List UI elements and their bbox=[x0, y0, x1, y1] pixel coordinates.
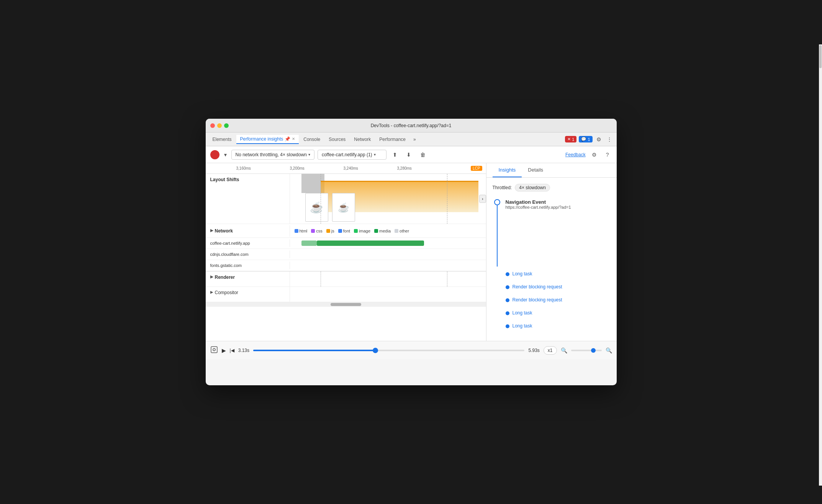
nav-event-circle bbox=[494, 199, 500, 205]
insight-link-1[interactable]: Long task bbox=[513, 270, 532, 278]
lcp-label: LCP bbox=[473, 166, 480, 170]
playback-bar: ▶ |◀ 3.13s 5.93s x1 🔍 🔍 bbox=[206, 341, 617, 359]
delete-button[interactable]: 🗑 bbox=[417, 150, 429, 159]
renderer-dashed-1 bbox=[321, 272, 321, 286]
network-label: ▶ Network bbox=[206, 225, 290, 237]
insight-item-2: Render blocking request bbox=[506, 283, 611, 291]
more-tabs-button[interactable]: » bbox=[410, 135, 419, 144]
renderer-toggle[interactable]: ▶ bbox=[210, 275, 213, 279]
horizontal-scrollbar[interactable] bbox=[206, 302, 486, 307]
thumbnail-icon-2: ☕ bbox=[338, 202, 349, 213]
fullscreen-button[interactable] bbox=[224, 123, 229, 128]
thumbnail-icon-1: ☕ bbox=[310, 201, 323, 214]
network-url-row-1: coffee-cart.netlify.app bbox=[206, 238, 486, 249]
message-badge[interactable]: 💬 1 bbox=[579, 136, 592, 142]
tab-elements[interactable]: Elements bbox=[209, 135, 236, 144]
insight-link-2[interactable]: Render blocking request bbox=[513, 283, 562, 291]
time-marker-4: 3,280ms bbox=[397, 166, 412, 170]
chevron-down-icon: ▾ bbox=[308, 152, 310, 157]
play-button[interactable]: ▶ bbox=[222, 347, 226, 353]
scrollbar-thumb bbox=[331, 303, 361, 306]
insights-tabs: Insights Details bbox=[486, 163, 617, 178]
help-button[interactable]: ? bbox=[603, 150, 612, 159]
tab-performance[interactable]: Performance bbox=[375, 135, 409, 144]
tab-right-group: ✕ 1 💬 1 ⚙ ⋮ bbox=[565, 135, 613, 144]
tab-insights[interactable]: Insights bbox=[493, 163, 522, 177]
compositor-row: ▶ Compositor bbox=[206, 287, 486, 302]
legend-css: css bbox=[311, 229, 323, 233]
network-toggle[interactable]: ▶ bbox=[210, 228, 213, 232]
url-bar-light-1 bbox=[301, 241, 317, 246]
error-icon: ✕ bbox=[567, 137, 571, 142]
zoom-slider[interactable] bbox=[571, 350, 602, 351]
tab-close-icon[interactable]: ✕ bbox=[292, 137, 295, 141]
network-urls: coffee-cart.netlify.app cdnjs.cloudflare… bbox=[206, 238, 486, 271]
minimize-button[interactable] bbox=[217, 123, 222, 128]
close-button[interactable] bbox=[210, 123, 215, 128]
compositor-label: ▶ Compositor bbox=[206, 287, 290, 302]
svg-rect-0 bbox=[211, 347, 217, 353]
insight-link-4[interactable]: Long task bbox=[513, 309, 532, 317]
tab-network[interactable]: Network bbox=[350, 135, 375, 144]
insight-link-5[interactable]: Long task bbox=[513, 322, 532, 330]
insight-link-3[interactable]: Render blocking request bbox=[513, 296, 562, 304]
more-options-button[interactable]: ⋮ bbox=[605, 135, 614, 144]
renderer-content bbox=[290, 272, 486, 286]
tab-details[interactable]: Details bbox=[522, 163, 549, 177]
throttling-dropdown[interactable]: No network throttling, 4× slowdown ▾ bbox=[231, 150, 314, 160]
zoom-out-button[interactable]: 🔍 bbox=[561, 347, 567, 353]
message-icon: 💬 bbox=[581, 137, 586, 142]
thumbnail-1: ☕ bbox=[305, 193, 328, 222]
insights-content: Throttled: 4× slowdown Navigation Event bbox=[486, 178, 617, 341]
url-label-2: cdnjs.cloudflare.com bbox=[206, 250, 290, 258]
speed-badge[interactable]: x1 bbox=[544, 346, 557, 355]
record-button[interactable] bbox=[210, 150, 219, 159]
settings-button[interactable]: ⚙ bbox=[595, 135, 603, 144]
settings-icon-button[interactable]: ⚙ bbox=[589, 150, 600, 159]
renderer-dashed-2 bbox=[447, 272, 447, 286]
insight-item-4: Long task bbox=[506, 309, 611, 317]
feedback-button[interactable]: Feedback bbox=[565, 152, 586, 157]
url-dropdown[interactable]: coffee-cart.netlify.app (1) ▾ bbox=[318, 150, 386, 160]
dot-2 bbox=[506, 285, 509, 289]
progress-track[interactable] bbox=[253, 350, 524, 351]
dot-4 bbox=[506, 311, 509, 315]
download-button[interactable]: ⬇ bbox=[403, 150, 414, 159]
preview-icon bbox=[210, 346, 218, 353]
tab-sources[interactable]: Sources bbox=[325, 135, 349, 144]
end-time: 5.93s bbox=[528, 348, 539, 353]
layout-shift-visual: ☕ ☕ › bbox=[290, 174, 486, 224]
tab-performance-insights[interactable]: Performance insights 📌 ✕ bbox=[236, 135, 299, 144]
upload-button[interactable]: ⬆ bbox=[390, 150, 400, 159]
throttle-label: Throttled: bbox=[493, 185, 512, 190]
legend-media: media bbox=[374, 229, 391, 233]
thumbnail-2: ☕ bbox=[332, 193, 355, 222]
collapse-button[interactable]: › bbox=[479, 195, 486, 203]
insight-items: Long task Render blocking request Render… bbox=[506, 270, 611, 333]
media-dot bbox=[374, 229, 378, 233]
url-bar-container-3 bbox=[290, 260, 486, 271]
dropdown-arrow-button[interactable]: ▾ bbox=[223, 150, 228, 159]
skip-to-start-button[interactable]: |◀ bbox=[230, 348, 234, 353]
font-dot bbox=[338, 229, 342, 233]
screenshot-preview-button[interactable] bbox=[210, 346, 218, 355]
zoom-in-button[interactable]: 🔍 bbox=[606, 347, 612, 353]
nav-event-right: Navigation Event https://coffee-cart.net… bbox=[506, 199, 611, 267]
throttle-badge: 4× slowdown bbox=[515, 184, 550, 191]
insight-item-1: Long task bbox=[506, 270, 611, 278]
tab-console[interactable]: Console bbox=[300, 135, 324, 144]
dashed-line-1 bbox=[321, 174, 321, 224]
progress-thumb[interactable] bbox=[373, 348, 378, 353]
start-time: 3.13s bbox=[238, 348, 249, 353]
html-dot bbox=[295, 229, 298, 233]
orange-line bbox=[321, 181, 478, 182]
compositor-toggle[interactable]: ▶ bbox=[210, 290, 213, 294]
nav-event-left bbox=[493, 199, 502, 267]
progress-fill bbox=[253, 350, 375, 351]
error-badge[interactable]: ✕ 1 bbox=[565, 136, 576, 142]
renderer-label: ▶ Renderer bbox=[206, 272, 290, 286]
layout-shifts-label: Layout Shifts bbox=[206, 174, 290, 224]
nav-event-vline bbox=[497, 205, 498, 267]
traffic-lights bbox=[210, 123, 229, 128]
timeline-panel: 3,160ms 3,200ms 3,240ms 3,280ms LCP Layo… bbox=[206, 163, 486, 341]
